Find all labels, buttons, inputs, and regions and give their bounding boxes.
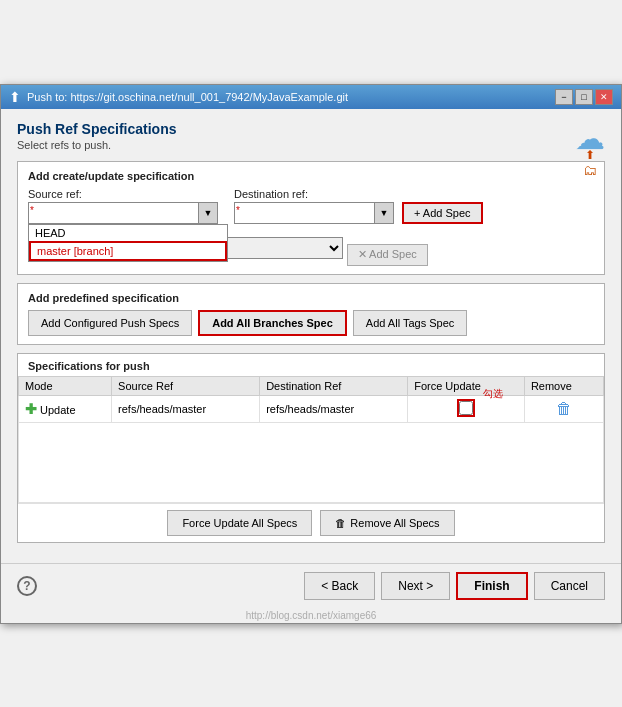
- source-star: *: [30, 205, 34, 216]
- dest-ref-container: * ▼: [234, 202, 394, 224]
- dest-ref-label: Destination ref:: [234, 188, 394, 200]
- maximize-button[interactable]: □: [575, 89, 593, 105]
- add-spec-section: Add create/update specification Source r…: [17, 161, 605, 275]
- content-area: ☁ ⬆ 🗂 Push Ref Specifications Select ref…: [1, 109, 621, 563]
- mode-add-icon: ✚: [25, 401, 37, 417]
- dest-ref-group: Destination ref: * ▼: [234, 188, 394, 224]
- col-dest-ref: Destination Ref: [260, 376, 408, 395]
- row-source-ref: refs/heads/master: [112, 395, 260, 422]
- specs-for-push-section: Specifications for push Mode Source Ref …: [17, 353, 605, 543]
- finish-button[interactable]: Finish: [456, 572, 527, 600]
- annotation-label: 勾选: [483, 387, 503, 401]
- title-bar-left: ⬆ Push to: https://git.oschina.net/null_…: [9, 89, 348, 105]
- source-ref-dropdown-arrow[interactable]: ▼: [198, 202, 218, 224]
- close-button[interactable]: ✕: [595, 89, 613, 105]
- footer-nav: < Back Next > Finish Cancel: [304, 572, 605, 600]
- table-row: ✚ Update refs/heads/master refs/heads/ma…: [19, 395, 604, 422]
- add-all-branches-spec-button[interactable]: Add All Branches Spec: [198, 310, 347, 336]
- predefined-title: Add predefined specification: [28, 292, 594, 304]
- remove-all-icon: 🗑: [335, 517, 346, 529]
- specs-table: Mode Source Ref Destination Ref Force Up…: [18, 376, 604, 503]
- dest-star: *: [236, 205, 240, 216]
- remove-row-icon[interactable]: 🗑: [556, 400, 572, 417]
- footer: ? < Back Next > Finish Cancel: [1, 563, 621, 608]
- force-update-checkbox[interactable]: [459, 401, 473, 415]
- watermark: http://blog.csdn.net/xiamge66: [1, 608, 621, 623]
- col-mode: Mode: [19, 376, 112, 395]
- window-icon: ⬆: [9, 89, 21, 105]
- main-window: ⬆ Push to: https://git.oschina.net/null_…: [0, 84, 622, 624]
- page-subtitle: Select refs to push.: [17, 139, 605, 151]
- add-spec-title: Add create/update specification: [28, 170, 594, 182]
- remove-all-label: Remove All Specs: [350, 517, 439, 529]
- row-mode-cell: ✚ Update: [19, 395, 112, 422]
- bottom-buttons-row: Force Update All Specs 🗑 Remove All Spec…: [18, 503, 604, 542]
- dest-ref-dropdown-arrow[interactable]: ▼: [374, 202, 394, 224]
- page-title: Push Ref Specifications: [17, 121, 605, 137]
- dest-ref-input[interactable]: [234, 202, 394, 224]
- cylinder-icon: 🗂: [583, 162, 597, 178]
- add-spec-disabled-button: ✕ Add Spec: [347, 244, 428, 266]
- source-ref-label: Source ref:: [28, 188, 218, 200]
- col-force-update: Force Update: [408, 376, 525, 395]
- row-remove-cell: 🗑: [524, 395, 603, 422]
- row-mode-label: Update: [40, 404, 75, 416]
- help-button[interactable]: ?: [17, 576, 37, 596]
- source-ref-input[interactable]: [28, 202, 218, 224]
- source-ref-group: Source ref: * ▼ HEAD master [branch]: [28, 188, 218, 224]
- col-remove: Remove: [524, 376, 603, 395]
- specs-section-title: Specifications for push: [18, 354, 604, 376]
- dropdown-item-head[interactable]: HEAD: [29, 225, 227, 241]
- predefined-section: Add predefined specification Add Configu…: [17, 283, 605, 345]
- row-dest-ref: refs/heads/master: [260, 395, 408, 422]
- empty-row: [19, 422, 604, 502]
- row-force-update-cell: 勾选: [408, 395, 525, 422]
- next-button[interactable]: Next >: [381, 572, 450, 600]
- add-all-tags-spec-button[interactable]: Add All Tags Spec: [353, 310, 467, 336]
- dropdown-item-master[interactable]: master [branch]: [29, 241, 227, 261]
- cloud-icon-area: ☁ ⬆ 🗂: [575, 121, 605, 178]
- source-ref-dropdown-list: HEAD master [branch]: [28, 224, 228, 262]
- upload-icon: ⬆: [585, 148, 595, 162]
- specs-table-body: ✚ Update refs/heads/master refs/heads/ma…: [19, 395, 604, 502]
- footer-left: ?: [17, 576, 37, 596]
- empty-cell: [19, 422, 604, 502]
- force-update-all-specs-button[interactable]: Force Update All Specs: [167, 510, 312, 536]
- predefined-buttons: Add Configured Push Specs Add All Branch…: [28, 310, 594, 336]
- source-ref-container: * ▼ HEAD master [branch]: [28, 202, 218, 224]
- add-configured-push-specs-button[interactable]: Add Configured Push Specs: [28, 310, 192, 336]
- minimize-button[interactable]: −: [555, 89, 573, 105]
- title-bar: ⬆ Push to: https://git.oschina.net/null_…: [1, 85, 621, 109]
- add-spec-button[interactable]: + Add Spec: [402, 202, 483, 224]
- source-dest-row: Source ref: * ▼ HEAD master [branch]: [28, 188, 594, 224]
- title-bar-buttons: − □ ✕: [555, 89, 613, 105]
- remove-all-specs-button[interactable]: 🗑 Remove All Specs: [320, 510, 454, 536]
- window-title: Push to: https://git.oschina.net/null_00…: [27, 91, 348, 103]
- back-button[interactable]: < Back: [304, 572, 375, 600]
- specs-table-header: Mode Source Ref Destination Ref Force Up…: [19, 376, 604, 395]
- force-update-container: 勾选: [459, 401, 473, 417]
- cancel-button[interactable]: Cancel: [534, 572, 605, 600]
- col-source-ref: Source Ref: [112, 376, 260, 395]
